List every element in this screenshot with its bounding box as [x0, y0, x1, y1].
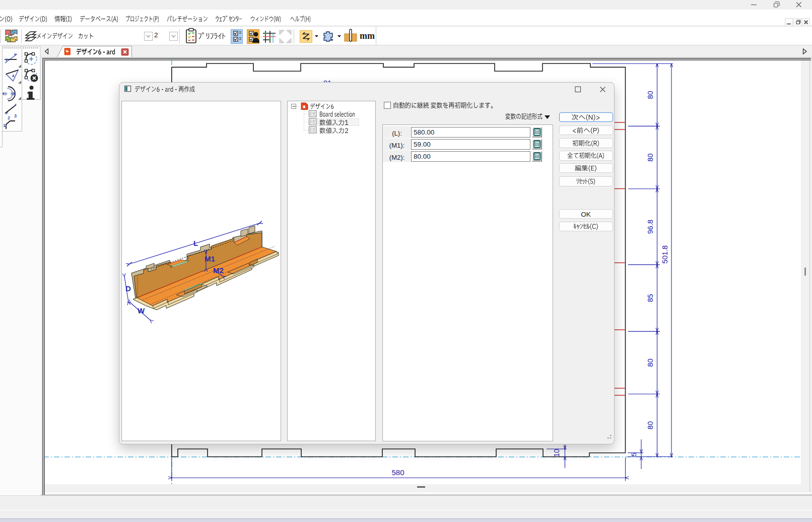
svg-text:D: D [125, 284, 131, 293]
svg-text:80: 80 [646, 359, 654, 367]
svg-text:96.8: 96.8 [646, 220, 654, 234]
svg-text:L: L [193, 239, 198, 247]
svg-text:5: 5 [630, 452, 638, 456]
svg-text:85: 85 [646, 294, 654, 302]
svg-text:M2: M2 [213, 266, 224, 275]
svg-text:501.8: 501.8 [661, 245, 669, 264]
svg-text:80: 80 [646, 91, 654, 99]
svg-text:M1: M1 [205, 254, 215, 263]
svg-text:10: 10 [553, 449, 561, 457]
svg-text:W: W [138, 306, 145, 315]
svg-text:80: 80 [646, 421, 654, 429]
svg-text:580: 580 [391, 468, 404, 477]
svg-text:80: 80 [646, 154, 654, 162]
